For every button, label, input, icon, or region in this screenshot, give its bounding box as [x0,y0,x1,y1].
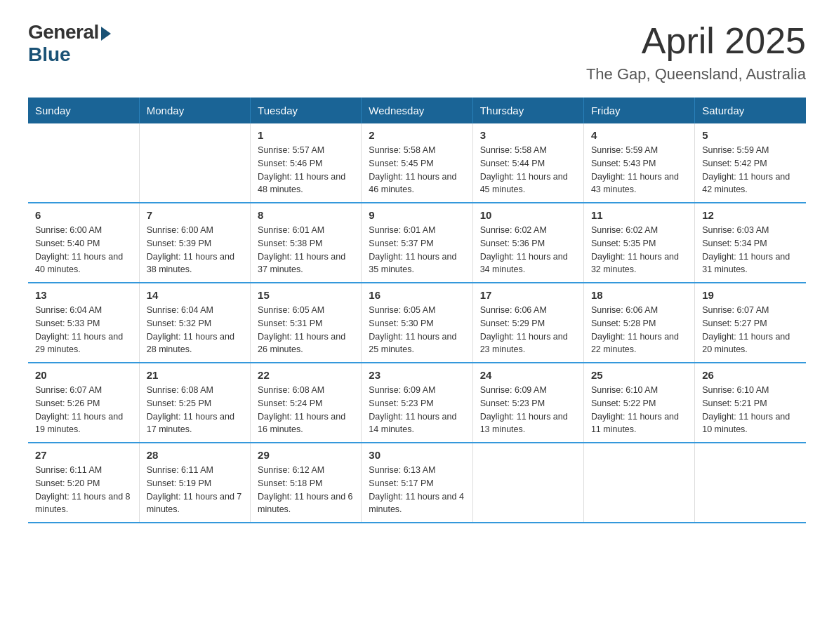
calendar-week-row: 20Sunrise: 6:07 AMSunset: 5:26 PMDayligh… [28,363,806,443]
day-number: 17 [480,289,576,301]
calendar-cell [695,443,806,523]
day-number: 30 [369,449,465,461]
calendar-cell: 11Sunrise: 6:02 AMSunset: 5:35 PMDayligh… [583,203,694,283]
calendar-cell: 30Sunrise: 6:13 AMSunset: 5:17 PMDayligh… [362,443,472,523]
day-number: 14 [147,289,243,301]
day-info: Sunrise: 6:03 AMSunset: 5:34 PMDaylight:… [702,224,799,276]
day-info: Sunrise: 5:58 AMSunset: 5:45 PMDaylight:… [369,144,465,196]
calendar-week-row: 6Sunrise: 6:00 AMSunset: 5:40 PMDaylight… [28,203,806,283]
day-number: 9 [369,209,465,221]
calendar-day-header: Wednesday [362,98,472,123]
calendar-cell: 3Sunrise: 5:58 AMSunset: 5:44 PMDaylight… [472,123,583,203]
day-number: 1 [258,129,354,141]
calendar-day-header: Monday [139,98,250,123]
calendar-week-row: 1Sunrise: 5:57 AMSunset: 5:46 PMDaylight… [28,123,806,203]
day-info: Sunrise: 6:13 AMSunset: 5:17 PMDaylight:… [369,464,465,516]
day-number: 25 [591,369,687,381]
calendar-cell: 13Sunrise: 6:04 AMSunset: 5:33 PMDayligh… [28,283,139,363]
calendar-cell: 14Sunrise: 6:04 AMSunset: 5:32 PMDayligh… [139,283,250,363]
calendar-cell: 12Sunrise: 6:03 AMSunset: 5:34 PMDayligh… [695,203,806,283]
day-number: 29 [258,449,354,461]
day-info: Sunrise: 5:58 AMSunset: 5:44 PMDaylight:… [480,144,576,196]
day-info: Sunrise: 6:06 AMSunset: 5:28 PMDaylight:… [591,304,687,356]
calendar-cell: 20Sunrise: 6:07 AMSunset: 5:26 PMDayligh… [28,363,139,443]
calendar-week-row: 27Sunrise: 6:11 AMSunset: 5:20 PMDayligh… [28,443,806,523]
day-info: Sunrise: 6:05 AMSunset: 5:31 PMDaylight:… [258,304,354,356]
day-number: 5 [702,129,799,141]
day-info: Sunrise: 6:10 AMSunset: 5:22 PMDaylight:… [591,384,687,436]
day-number: 6 [35,209,132,221]
calendar-cell [28,123,139,203]
day-info: Sunrise: 6:01 AMSunset: 5:38 PMDaylight:… [258,224,354,276]
logo-arrow-icon [101,27,111,41]
calendar-day-header: Friday [583,98,694,123]
day-number: 12 [702,209,799,221]
day-number: 24 [480,369,576,381]
day-number: 26 [702,369,799,381]
calendar-cell: 24Sunrise: 6:09 AMSunset: 5:23 PMDayligh… [472,363,583,443]
day-info: Sunrise: 6:07 AMSunset: 5:26 PMDaylight:… [35,384,132,436]
day-info: Sunrise: 6:09 AMSunset: 5:23 PMDaylight:… [369,384,465,436]
calendar-cell: 6Sunrise: 6:00 AMSunset: 5:40 PMDaylight… [28,203,139,283]
day-number: 21 [147,369,243,381]
calendar-cell: 22Sunrise: 6:08 AMSunset: 5:24 PMDayligh… [251,363,362,443]
day-number: 8 [258,209,354,221]
calendar-cell: 25Sunrise: 6:10 AMSunset: 5:22 PMDayligh… [583,363,694,443]
day-number: 16 [369,289,465,301]
calendar-cell: 5Sunrise: 5:59 AMSunset: 5:42 PMDaylight… [695,123,806,203]
calendar-cell: 1Sunrise: 5:57 AMSunset: 5:46 PMDaylight… [251,123,362,203]
calendar-cell [583,443,694,523]
day-number: 18 [591,289,687,301]
calendar-cell: 15Sunrise: 6:05 AMSunset: 5:31 PMDayligh… [251,283,362,363]
calendar-cell: 23Sunrise: 6:09 AMSunset: 5:23 PMDayligh… [362,363,472,443]
calendar-cell: 17Sunrise: 6:06 AMSunset: 5:29 PMDayligh… [472,283,583,363]
day-number: 27 [35,449,132,461]
day-number: 2 [369,129,465,141]
calendar-day-header: Tuesday [251,98,362,123]
calendar-day-header: Sunday [28,98,139,123]
day-info: Sunrise: 5:57 AMSunset: 5:46 PMDaylight:… [258,144,354,196]
day-number: 13 [35,289,132,301]
calendar-cell: 8Sunrise: 6:01 AMSunset: 5:38 PMDaylight… [251,203,362,283]
page-subtitle: The Gap, Queensland, Australia [586,65,806,83]
day-number: 23 [369,369,465,381]
day-info: Sunrise: 6:04 AMSunset: 5:32 PMDaylight:… [147,304,243,356]
calendar-cell: 7Sunrise: 6:00 AMSunset: 5:39 PMDaylight… [139,203,250,283]
calendar-cell: 9Sunrise: 6:01 AMSunset: 5:37 PMDaylight… [362,203,472,283]
day-info: Sunrise: 6:10 AMSunset: 5:21 PMDaylight:… [702,384,799,436]
day-info: Sunrise: 6:12 AMSunset: 5:18 PMDaylight:… [258,464,354,516]
day-number: 3 [480,129,576,141]
day-number: 7 [147,209,243,221]
day-info: Sunrise: 6:07 AMSunset: 5:27 PMDaylight:… [702,304,799,356]
day-number: 15 [258,289,354,301]
day-info: Sunrise: 6:02 AMSunset: 5:35 PMDaylight:… [591,224,687,276]
page-header: General Blue April 2025 The Gap, Queensl… [28,21,806,83]
calendar-cell: 2Sunrise: 5:58 AMSunset: 5:45 PMDaylight… [362,123,472,203]
calendar-header-row: SundayMondayTuesdayWednesdayThursdayFrid… [28,98,806,123]
calendar-cell: 21Sunrise: 6:08 AMSunset: 5:25 PMDayligh… [139,363,250,443]
day-info: Sunrise: 6:00 AMSunset: 5:39 PMDaylight:… [147,224,243,276]
day-number: 20 [35,369,132,381]
day-info: Sunrise: 6:08 AMSunset: 5:24 PMDaylight:… [258,384,354,436]
day-number: 28 [147,449,243,461]
day-number: 19 [702,289,799,301]
calendar-cell: 27Sunrise: 6:11 AMSunset: 5:20 PMDayligh… [28,443,139,523]
day-info: Sunrise: 5:59 AMSunset: 5:43 PMDaylight:… [591,144,687,196]
day-info: Sunrise: 6:09 AMSunset: 5:23 PMDaylight:… [480,384,576,436]
day-info: Sunrise: 6:00 AMSunset: 5:40 PMDaylight:… [35,224,132,276]
day-info: Sunrise: 5:59 AMSunset: 5:42 PMDaylight:… [702,144,799,196]
day-info: Sunrise: 6:08 AMSunset: 5:25 PMDaylight:… [147,384,243,436]
day-number: 4 [591,129,687,141]
calendar-cell: 16Sunrise: 6:05 AMSunset: 5:30 PMDayligh… [362,283,472,363]
calendar-table: SundayMondayTuesdayWednesdayThursdayFrid… [28,98,806,523]
calendar-cell: 26Sunrise: 6:10 AMSunset: 5:21 PMDayligh… [695,363,806,443]
calendar-cell: 28Sunrise: 6:11 AMSunset: 5:19 PMDayligh… [139,443,250,523]
day-info: Sunrise: 6:02 AMSunset: 5:36 PMDaylight:… [480,224,576,276]
day-number: 10 [480,209,576,221]
calendar-cell: 29Sunrise: 6:12 AMSunset: 5:18 PMDayligh… [251,443,362,523]
day-info: Sunrise: 6:06 AMSunset: 5:29 PMDaylight:… [480,304,576,356]
calendar-cell: 18Sunrise: 6:06 AMSunset: 5:28 PMDayligh… [583,283,694,363]
calendar-header: SundayMondayTuesdayWednesdayThursdayFrid… [28,98,806,123]
day-info: Sunrise: 6:11 AMSunset: 5:19 PMDaylight:… [147,464,243,516]
calendar-cell: 19Sunrise: 6:07 AMSunset: 5:27 PMDayligh… [695,283,806,363]
